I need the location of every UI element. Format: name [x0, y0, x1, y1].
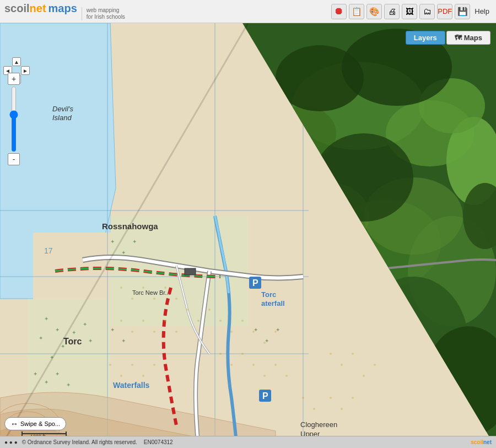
swipe-tool[interactable]: ↔ Swipe & Spo...: [4, 417, 66, 430]
swipe-icon: ↔: [10, 419, 18, 428]
svg-line-124: [0, 23, 248, 448]
zoom-controls: + -: [8, 73, 20, 165]
copyright-text: © Ordnance Survey Ireland. All rights re…: [22, 439, 137, 445]
zoom-in-button[interactable]: +: [8, 73, 20, 85]
bottom-bar: ● ● ● © Ordnance Survey Ireland. All rig…: [0, 436, 496, 448]
logo-scoil-text: scoil: [4, 2, 30, 14]
book-button[interactable]: 📋: [349, 4, 364, 19]
logo-scoilnet: scoilnet: [4, 2, 46, 15]
scoilnet-watermark: scoilnet: [471, 439, 492, 445]
logo-subtitle: web mapping for Irish schools: [82, 7, 125, 20]
zoom-slider[interactable]: [10, 86, 18, 152]
record-button[interactable]: ⏺: [331, 4, 347, 19]
logo-area: scoilnet maps web mapping for Irish scho…: [4, 2, 125, 20]
print-button[interactable]: 🖨: [384, 4, 400, 19]
layers-button[interactable]: Layers: [406, 31, 445, 45]
pdf-button[interactable]: PDF: [437, 4, 452, 19]
satellite-layer: [0, 23, 496, 448]
toolbar: ⏺ 📋 🎨 🖨 🖼 🗂 PDF 💾 Help: [331, 4, 492, 19]
export-button[interactable]: 💾: [455, 4, 470, 19]
zoom-out-button[interactable]: -: [8, 153, 20, 165]
svg-point-119: [314, 133, 413, 222]
maps-icon: 🗺: [455, 34, 462, 42]
logo-maps-text: maps: [48, 2, 77, 15]
status-dots: ● ● ●: [4, 439, 18, 445]
app-header: scoilnet maps web mapping for Irish scho…: [0, 0, 496, 23]
layers-tool-button[interactable]: 🗂: [419, 4, 435, 19]
pan-up-button[interactable]: ▲: [12, 57, 21, 66]
pan-right-button[interactable]: ►: [21, 66, 30, 75]
image-button[interactable]: 🖼: [402, 4, 417, 19]
palette-button[interactable]: 🎨: [366, 4, 382, 19]
coordinate-text: EN0074312: [144, 439, 173, 445]
logo-net-text: net: [30, 2, 46, 14]
swipe-label: Swipe & Spo...: [20, 420, 60, 427]
maps-button[interactable]: 🗺 Maps: [446, 31, 490, 45]
help-button[interactable]: Help: [472, 7, 492, 15]
svg-point-122: [287, 271, 375, 381]
layer-controls: Layers 🗺 Maps: [406, 31, 490, 45]
map-container[interactable]: ✦✦✦ ✦✦✦ ✦✦ ✦✦✦ ✦ ✦✦✦ ✦✦ ✦✦✦: [0, 23, 496, 448]
